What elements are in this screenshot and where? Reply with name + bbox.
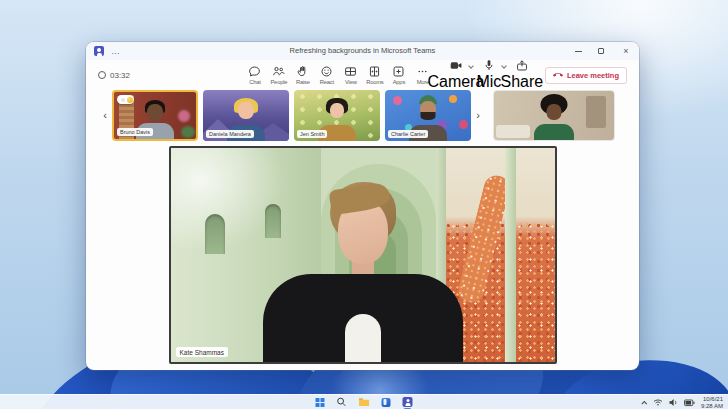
view-button[interactable]: View — [339, 65, 363, 85]
call-end-icon — [553, 70, 563, 80]
folder-icon — [359, 397, 370, 407]
battery-icon[interactable] — [684, 399, 695, 407]
window-titlebar[interactable]: … Refreshing backgrounds in Microsoft Te… — [86, 42, 639, 60]
file-explorer-button[interactable] — [359, 395, 370, 409]
teams-meeting-window: … Refreshing backgrounds in Microsoft Te… — [86, 42, 639, 370]
tray-chevron-up-icon[interactable] — [641, 400, 647, 406]
view-layout-icon — [344, 65, 357, 78]
people-button[interactable]: People — [267, 65, 291, 85]
participant-name: Bruno Davis — [117, 128, 153, 136]
meeting-timer: 03:32 — [98, 71, 130, 80]
leave-meeting-button[interactable]: Leave meeting — [545, 67, 627, 84]
wifi-icon[interactable] — [653, 398, 663, 407]
react-button[interactable]: React — [315, 65, 339, 85]
camera-dropdown-chevron-icon[interactable] — [468, 63, 474, 69]
react-smiley-icon — [320, 65, 333, 78]
camera-icon — [449, 59, 463, 72]
participant-name: Jen Smith — [297, 130, 327, 138]
meeting-stage: Kate Shammas — [86, 146, 639, 366]
raise-hand-icon — [296, 65, 309, 78]
close-button[interactable]: × — [621, 44, 631, 58]
participant-tile-bruno-davis[interactable]: Bruno Davis — [112, 90, 198, 141]
speaker-video-tile[interactable]: Kate Shammas — [169, 146, 557, 364]
search-button[interactable] — [337, 395, 347, 409]
taskbar-app-button[interactable] — [382, 395, 391, 409]
reaction-badge — [117, 95, 134, 104]
volume-icon[interactable] — [669, 398, 678, 407]
people-icon — [272, 65, 285, 78]
search-icon — [337, 397, 347, 407]
filmstrip-prev-button[interactable]: ‹ — [98, 90, 112, 141]
desktop: … Refreshing backgrounds in Microsoft Te… — [0, 0, 728, 409]
participant-name: Daniela Mandera — [206, 130, 254, 138]
participant-tile-charlie-carter[interactable]: Charlie Carter — [385, 90, 471, 141]
self-preview-tile[interactable] — [493, 90, 615, 141]
participant-tile-jen-smith[interactable]: Jen Smith — [294, 90, 380, 141]
window-title: Refreshing backgrounds in Microsoft Team… — [86, 46, 639, 55]
reaction-bubble-icon — [121, 98, 125, 102]
share-icon — [515, 59, 529, 72]
camera-button[interactable]: Camera — [443, 59, 469, 91]
share-button[interactable]: Share — [509, 59, 535, 91]
rooms-icon — [368, 65, 381, 78]
rooms-button[interactable]: Rooms — [363, 65, 387, 85]
mic-dropdown-chevron-icon[interactable] — [501, 63, 507, 69]
mic-button[interactable]: Mic — [476, 59, 502, 91]
raise-hand-button[interactable]: Raise — [291, 65, 315, 85]
speaker-name-label: Kate Shammas — [176, 347, 228, 357]
app-window-icon — [382, 398, 391, 407]
participant-filmstrip: ‹ Bruno Davis — [86, 90, 639, 141]
taskbar-clock[interactable]: 10/6/21 9:28 AM — [701, 396, 723, 409]
apps-icon — [392, 65, 405, 78]
apps-button[interactable]: Apps — [387, 65, 411, 85]
filmstrip-next-button[interactable]: › — [471, 90, 485, 141]
meeting-toolbar: 03:32 Chat People Raise React View — [86, 60, 639, 90]
participant-name: Charlie Carter — [388, 130, 428, 138]
mic-icon — [482, 59, 496, 72]
windows-taskbar: 10/6/21 9:28 AM — [0, 394, 728, 409]
participant-tile-daniela-mandera[interactable]: Daniela Mandera — [203, 90, 289, 141]
laughing-emoji-icon — [127, 97, 133, 103]
chat-button[interactable]: Chat — [243, 65, 267, 85]
chat-icon — [248, 65, 261, 78]
windows-logo-icon — [316, 398, 325, 407]
maximize-button[interactable] — [598, 48, 604, 54]
minimize-button[interactable] — [575, 51, 582, 52]
timer-icon — [98, 71, 106, 79]
teams-taskbar-button[interactable] — [403, 395, 413, 409]
taskbar-time: 9:28 AM — [701, 403, 723, 409]
start-button[interactable] — [316, 395, 325, 409]
teams-app-icon — [403, 397, 413, 407]
taskbar-date: 10/6/21 — [701, 396, 723, 403]
